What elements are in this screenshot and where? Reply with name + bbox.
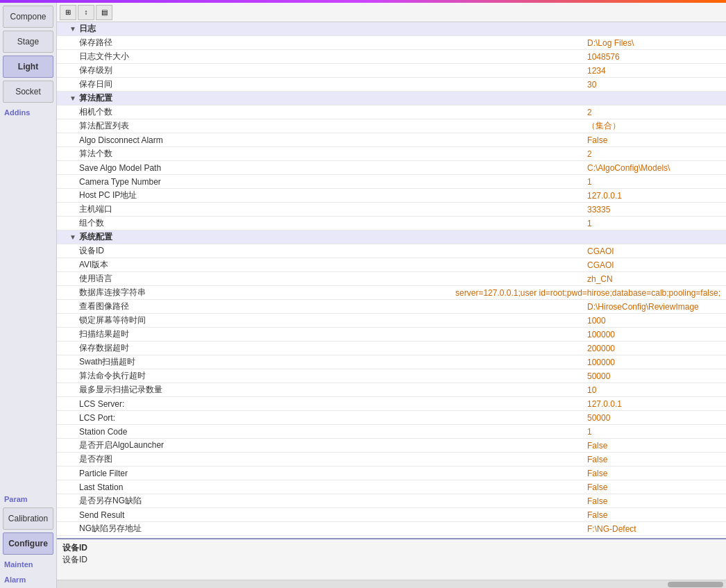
tree-item-log-1[interactable]: 日志文件大小1048576	[57, 50, 726, 64]
tree-item-algo-0[interactable]: 相机个数2	[57, 106, 726, 119]
tree-item-system-20[interactable]: NG缺陷另存地址F:\NG-Defect	[57, 522, 726, 536]
tree-item-system-12[interactable]: LCS Port:50000	[57, 411, 726, 425]
tree-item-system-3[interactable]: 数据库连接字符串server=127.0.0.1;user id=root;pw…	[57, 286, 726, 300]
tree-item-algo-6[interactable]: Host PC IP地址127.0.0.1	[57, 189, 726, 203]
tree-item-system-17[interactable]: Last StationFalse	[57, 480, 726, 494]
tree-item-algo-5[interactable]: Camera Type Number1	[57, 175, 726, 189]
tree-item-algo-3[interactable]: 算法个数2	[57, 147, 726, 161]
tree-item-system-13[interactable]: Station Code1	[57, 425, 726, 439]
scrollbar-area	[57, 580, 726, 588]
tree-section-system[interactable]: ▼系统配置	[57, 230, 726, 244]
tree-item-system-4[interactable]: 查看图像路径D:\HiroseConfig\ReviewImage	[57, 300, 726, 314]
sidebar: Compone Stage Light Socket Addins Param …	[0, 3, 57, 588]
main-container: Compone Stage Light Socket Addins Param …	[0, 3, 726, 588]
sidebar-section-mainten[interactable]: Mainten	[3, 557, 53, 570]
tree-item-system-7[interactable]: 保存数据超时200000	[57, 342, 726, 355]
tree-item-system-9[interactable]: 算法命令执行超时50000	[57, 369, 726, 383]
tree-item-log-0[interactable]: 保存路径D:\Log Files\	[57, 36, 726, 50]
toolbar: ⊞ ↕ ▤	[57, 3, 726, 22]
tree-item-log-3[interactable]: 保存日间30	[57, 78, 726, 92]
sidebar-btn-light[interactable]: Light	[3, 56, 53, 78]
toolbar-btn-grid[interactable]: ⊞	[60, 5, 76, 20]
sidebar-section-param[interactable]: Param	[3, 492, 53, 505]
tree-item-system-16[interactable]: Particle FilterFalse	[57, 467, 726, 480]
tree-item-system-18[interactable]: 是否另存NG缺陷False	[57, 494, 726, 508]
tree-item-system-14[interactable]: 是否开启AlgoLauncherFalse	[57, 439, 726, 453]
sidebar-btn-configure[interactable]: Configure	[3, 532, 53, 555]
tree-item-system-5[interactable]: 锁定屏幕等待时间1000	[57, 314, 726, 328]
sidebar-btn-socket[interactable]: Socket	[3, 81, 53, 103]
sidebar-btn-compone[interactable]: Compone	[3, 6, 53, 28]
tree-toggle-log[interactable]: ▼	[68, 25, 78, 33]
tree-item-algo-1[interactable]: 算法配置列表（集合）	[57, 119, 726, 133]
tree-panel[interactable]: ▼日志保存路径D:\Log Files\日志文件大小1048576保存级别123…	[57, 22, 726, 538]
content-area: ⊞ ↕ ▤ ▼日志保存路径D:\Log Files\日志文件大小1048576保…	[57, 3, 726, 588]
tree-section-algo[interactable]: ▼算法配置	[57, 92, 726, 106]
tree-section-log[interactable]: ▼日志	[57, 22, 726, 36]
tree-item-log-2[interactable]: 保存级别1234	[57, 64, 726, 78]
bottom-bar-value: 设备ID	[62, 554, 720, 566]
toolbar-btn-view[interactable]: ▤	[96, 5, 112, 20]
tree-item-system-15[interactable]: 是否存图False	[57, 453, 726, 467]
tree-item-algo-8[interactable]: 组个数1	[57, 217, 726, 230]
bottom-bar: 设备ID 设备ID	[57, 538, 726, 580]
tree-item-system-1[interactable]: AVI版本CGAOI	[57, 258, 726, 272]
sidebar-section-addins[interactable]: Addins	[3, 106, 53, 118]
bottom-bar-label: 设备ID	[62, 542, 720, 554]
tree-item-algo-4[interactable]: Save Algo Model PathC:\AlgoConfig\Models…	[57, 161, 726, 175]
tree-item-system-6[interactable]: 扫描结果超时100000	[57, 328, 726, 342]
toolbar-btn-sort[interactable]: ↕	[78, 5, 94, 20]
sidebar-btn-stage[interactable]: Stage	[3, 31, 53, 53]
tree-item-system-10[interactable]: 最多显示扫描记录数量10	[57, 383, 726, 397]
tree-item-system-8[interactable]: Swath扫描超时100000	[57, 355, 726, 369]
tree-item-system-11[interactable]: LCS Server:127.0.0.1	[57, 397, 726, 411]
h-scrollbar[interactable]	[668, 582, 723, 587]
tree-toggle-system[interactable]: ▼	[68, 233, 78, 241]
sidebar-section-alarm[interactable]: Alarm	[3, 573, 53, 585]
tree-item-algo-7[interactable]: 主机端口33335	[57, 203, 726, 217]
tree-item-system-19[interactable]: Send ResultFalse	[57, 508, 726, 522]
tree-item-system-0[interactable]: 设备IDCGAOI	[57, 244, 726, 258]
sidebar-btn-calibration[interactable]: Calibration	[3, 507, 53, 530]
tree-item-algo-2[interactable]: Algo Disconnect AlarmFalse	[57, 133, 726, 147]
tree-item-system-2[interactable]: 使用语言zh_CN	[57, 272, 726, 286]
tree-toggle-algo[interactable]: ▼	[68, 94, 78, 102]
